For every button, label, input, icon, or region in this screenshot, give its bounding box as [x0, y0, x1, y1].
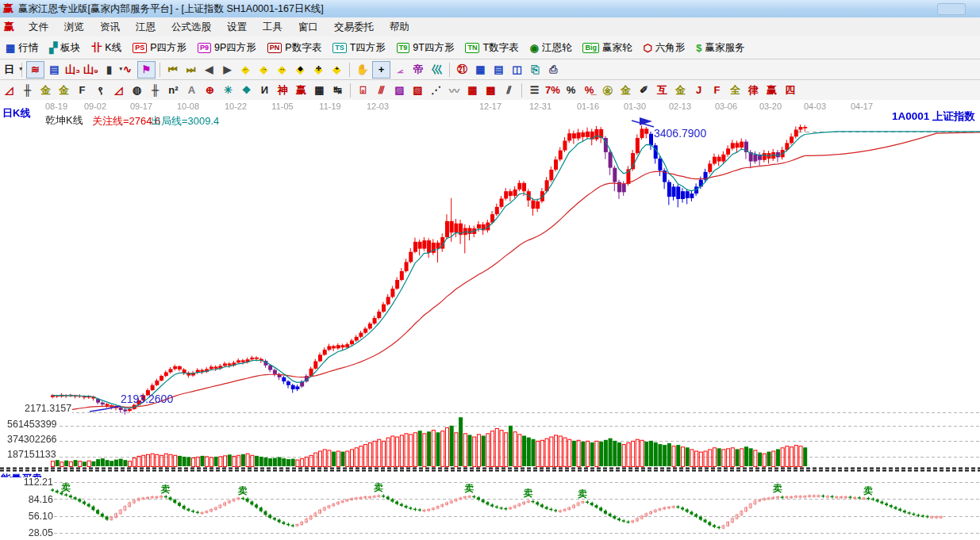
draw-grid-123-icon[interactable]: ▦ [311, 82, 328, 98]
kline-chart-canvas[interactable] [0, 100, 980, 540]
draw-star-web-icon[interactable]: ✳ [220, 82, 236, 98]
tool-quotes-button[interactable]: ▦行情 [3, 40, 40, 56]
draw-percent-icon[interactable]: % [563, 82, 579, 98]
nav-save-icon[interactable]: ◫ [509, 62, 525, 78]
draw-width-arrows-icon[interactable]: ↹ [329, 82, 346, 98]
nav-calendar-icon[interactable]: ㉑ [454, 62, 471, 78]
nav-angle-measure-icon[interactable]: ⦟ [392, 62, 409, 78]
menu-item-tools[interactable]: 工具 [255, 18, 290, 36]
draw-gold-circle-icon[interactable]: ㊎ [599, 82, 616, 98]
nav-hand-pan-icon[interactable]: ✋ [354, 62, 371, 78]
nav-notes-icon[interactable]: ▤ [490, 62, 507, 78]
nav-period-selector-icon[interactable]: 日▾ [1, 62, 17, 78]
draw-gold-ratio-1-icon[interactable]: 金 [37, 82, 54, 98]
nav-calculator-icon[interactable]: ▦ [472, 62, 489, 78]
tool-winner-wheel-button[interactable]: Big赢家轮 [580, 40, 634, 56]
draw-wave-n-icon[interactable]: И [256, 82, 273, 98]
draw-cycle-gauge-icon[interactable]: ◍ [129, 82, 145, 98]
draw-angle-a-icon[interactable]: A [183, 82, 200, 98]
nav-bars-3-icon[interactable]: 山₃ [64, 62, 81, 78]
nav-diamond-plus-icon[interactable]: ◆+ [329, 62, 345, 78]
draw-compass-2-icon[interactable]: ◿ [110, 82, 127, 98]
draw-ying-line-icon[interactable]: 赢 [763, 82, 780, 98]
shaded-box-2-glyph: ▨ [413, 84, 422, 96]
draw-ray-fan-icon[interactable]: ⫻ [373, 82, 390, 98]
draw-hu-tool-icon[interactable]: 互 [654, 82, 671, 98]
tool-9t-square-button[interactable]: T99T四方形 [394, 40, 457, 56]
menu-item-browse[interactable]: 浏览 [56, 18, 92, 36]
draw-percent-lines-icon[interactable]: %̲ [581, 82, 598, 98]
draw-shaded-box-2-icon[interactable]: ▨ [409, 82, 426, 98]
nav-zoom-area-icon[interactable]: ≋ [26, 61, 44, 79]
draw-parallel-lines-icon[interactable]: ⫽ [501, 82, 517, 98]
menu-item-help[interactable]: 帮助 [382, 18, 417, 36]
draw-box-tool-icon[interactable]: ⌻ [355, 82, 371, 98]
nav-bars-9-icon[interactable]: 山₉ [83, 62, 99, 78]
nav-crosshair-icon[interactable]: + [372, 61, 390, 79]
menu-item-settings[interactable]: 设置 [219, 18, 255, 36]
tool-winner-service-button[interactable]: $赢家服务 [694, 40, 747, 56]
gold-ratio-2-glyph: 金 [59, 83, 69, 98]
tool-p-square-button[interactable]: PSP四方形 [130, 40, 189, 56]
tool-kline-button[interactable]: 卝K线 [89, 39, 124, 56]
nav-next-bar-icon[interactable]: ▶ [219, 62, 236, 78]
nav-gann-emperor-tool-icon[interactable]: 帝 [410, 62, 427, 78]
draw-f-line-icon[interactable]: F [709, 82, 725, 98]
draw-grid-ticks-icon[interactable]: ╫ [19, 82, 36, 98]
draw-fib-levels-icon[interactable]: F [74, 82, 90, 98]
draw-grid-fill-icon[interactable]: ▩ [482, 82, 499, 98]
draw-price-bars-icon[interactable]: ☰ [526, 82, 543, 98]
nav-print-icon[interactable]: ⎙ [545, 62, 562, 78]
menu-item-gann[interactable]: 江恩 [128, 18, 163, 36]
tool-9p-square-button[interactable]: P99P四方形 [195, 40, 259, 56]
tool-t-square-button[interactable]: TST四方形 [330, 40, 388, 56]
menu-item-news[interactable]: 资讯 [92, 18, 128, 36]
nav-candle-style-icon[interactable]: ▮▾ [101, 62, 117, 78]
draw-angle-compass-icon[interactable]: ◿ [1, 82, 17, 98]
draw-shen-levels-icon[interactable]: 神 [275, 82, 291, 98]
window-controls[interactable] [937, 3, 966, 15]
menu-item-formula-pick[interactable]: 公式选股 [163, 18, 219, 36]
nav-export-web-icon[interactable]: ⎘ [527, 62, 544, 78]
nav-diamond-left-icon[interactable]: ◆← [237, 62, 254, 78]
draw-si-line-icon[interactable]: 四 [782, 82, 798, 98]
draw-gold-ratio-2-icon[interactable]: 金 [56, 82, 72, 98]
nav-last-bar-icon[interactable]: ⏭ [183, 62, 199, 78]
draw-crosshair-circle-icon[interactable]: ⊕ [202, 82, 218, 98]
draw-ying-levels-icon[interactable]: 赢 [293, 82, 309, 98]
nav-chart-flag-icon[interactable]: ⚑ [137, 61, 156, 79]
draw-lv-line-icon[interactable]: 律 [745, 82, 762, 98]
menu-item-file[interactable]: 文件 [21, 18, 56, 36]
draw-quan-line-icon[interactable]: 全 [727, 82, 744, 98]
nav-prev-bar-icon[interactable]: ◀ [201, 62, 217, 78]
nav-maze-tool-icon[interactable]: 巛 [429, 62, 445, 78]
draw-zigzag-lines-icon[interactable]: 〰 [446, 82, 463, 98]
nav-diamond-expand-icon[interactable]: ◆↔ [274, 62, 290, 78]
nav-info-document-icon[interactable]: ▤ [46, 62, 63, 78]
draw-percent-7-icon[interactable]: 7% [544, 82, 561, 98]
tool-t-number-table-button[interactable]: TNT数字表 [463, 40, 521, 56]
tool-sectors-button[interactable]: ▞板块 [47, 40, 83, 56]
tool-gann-wheel-button[interactable]: ◉江恩轮 [528, 40, 575, 56]
draw-trend-lines-icon[interactable]: ⋰ [428, 82, 444, 98]
draw-j-line-icon[interactable]: J [690, 82, 707, 98]
tool-p-number-table-button[interactable]: PNP数字表 [265, 40, 324, 56]
draw-spiral-icon[interactable]: ९ [92, 82, 109, 98]
draw-shaded-box-icon[interactable]: ▨ [391, 82, 408, 98]
draw-gold-line-icon[interactable]: 金 [617, 82, 634, 98]
draw-web-square-icon[interactable]: ❖ [238, 82, 255, 98]
nav-diamond-right-icon[interactable]: ◆→ [256, 62, 272, 78]
draw-gold-under-icon[interactable]: 金 [672, 82, 689, 98]
menu-item-window[interactable]: 窗口 [290, 18, 326, 36]
draw-n-square-icon[interactable]: n² [165, 82, 182, 98]
nav-zigzag-pattern-icon[interactable]: ∿ [119, 62, 136, 78]
zigzag-pattern-glyph: ∿ [123, 63, 132, 75]
draw-brush-icon[interactable]: ✐ [636, 82, 652, 98]
draw-grid-red-icon[interactable]: ▦ [464, 82, 481, 98]
nav-diamond-center-icon[interactable]: ◆◆ [292, 62, 309, 78]
draw-grid-ticks-2-icon[interactable]: ╫ [147, 82, 163, 98]
tool-hexagon-button[interactable]: ⬡六角形 [640, 40, 687, 56]
nav-first-bar-icon[interactable]: ⏮ [164, 62, 181, 78]
menu-item-trade-entrust[interactable]: 交易委托 [326, 18, 382, 36]
nav-diamond-4way-icon[interactable]: ◆✣ [310, 62, 327, 78]
